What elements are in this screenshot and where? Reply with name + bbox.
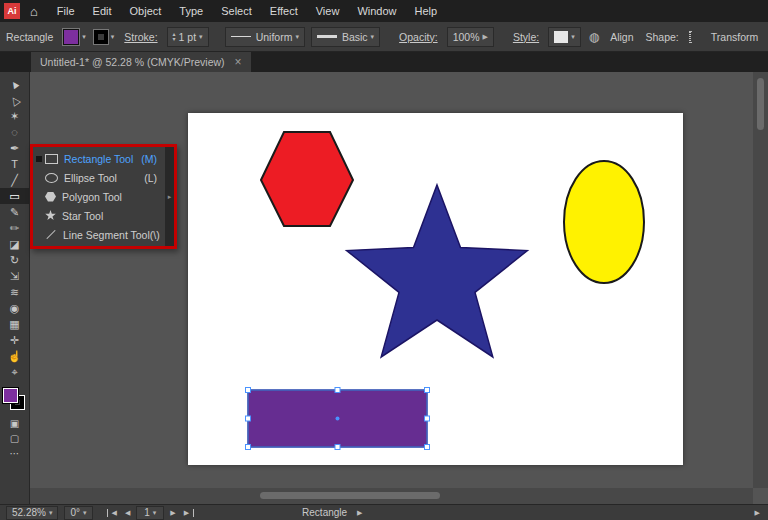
menu-window[interactable]: Window: [348, 0, 405, 22]
shape-widget-icon[interactable]: [689, 31, 691, 43]
chevron-right-icon[interactable]: ▶: [482, 33, 487, 41]
status-bar-expand-icon[interactable]: ▶: [755, 509, 760, 517]
star-shape[interactable]: [347, 185, 528, 357]
fill-color-dropdown[interactable]: ▾: [63, 29, 86, 45]
stroke-weight-value: 1 pt: [179, 31, 197, 43]
first-artboard-icon[interactable]: ◀: [107, 509, 121, 517]
chevron-down-icon[interactable]: ▾: [371, 33, 375, 41]
fill-stroke-control[interactable]: [3, 388, 25, 410]
polygon-icon: [45, 192, 56, 202]
width-profile-dropdown[interactable]: Uniform ▾: [225, 27, 305, 47]
status-bar: 52.28% ▾ 0° ▾ ◀ ◀ 1 ▾ ▶ ▶ Rectangle ▶ ▶: [0, 504, 768, 520]
document-tab-title: Untitled-1* @ 52.28 % (CMYK/Preview): [40, 56, 225, 68]
rectangle-tool[interactable]: ▭: [0, 188, 29, 204]
stroke-link[interactable]: Stroke:: [124, 31, 157, 43]
zoom-tool[interactable]: ⌖: [0, 364, 29, 380]
lasso-tool[interactable]: ◌: [0, 124, 29, 140]
stroke-weight-stepper[interactable]: ▴▾ 1 pt ▾: [167, 27, 209, 47]
width-tool[interactable]: ≋: [0, 284, 29, 300]
horizontal-scrollbar[interactable]: [30, 488, 753, 504]
previous-artboard-icon[interactable]: ◀: [121, 509, 134, 517]
line-segment-tool[interactable]: ╱: [0, 172, 29, 188]
polygon-tool-item[interactable]: Polygon Tool: [33, 187, 165, 206]
close-tab-icon[interactable]: ×: [235, 55, 242, 69]
horizontal-scrollbar-thumb[interactable]: [260, 492, 440, 499]
chevron-down-icon: ▾: [111, 33, 115, 41]
align-button[interactable]: Align: [610, 31, 633, 43]
active-tool-marker: [33, 149, 44, 168]
brush-dropdown[interactable]: Basic ▾: [311, 27, 380, 47]
rectangle-icon: [45, 154, 58, 164]
hand-tool[interactable]: ☝: [0, 348, 29, 364]
star-icon: [45, 210, 56, 221]
menu-select[interactable]: Select: [212, 0, 261, 22]
menu-view[interactable]: View: [307, 0, 349, 22]
gradient-tool[interactable]: ▦: [0, 316, 29, 332]
next-artboard-icon[interactable]: ▶: [166, 509, 179, 517]
hexagon-shape[interactable]: [261, 132, 353, 226]
menu-edit[interactable]: Edit: [84, 0, 121, 22]
chevron-down-icon: ▾: [83, 509, 87, 517]
shape-builder-tool[interactable]: ◉: [0, 300, 29, 316]
artboard[interactable]: [188, 113, 683, 465]
line-tool-item[interactable]: Line Segment Tool(\): [33, 225, 165, 244]
artboard-number-value: 1: [144, 507, 150, 518]
ellipse-tool-item[interactable]: Ellipse Tool(L): [33, 168, 165, 187]
zoom-level-dropdown[interactable]: 52.28% ▾: [6, 506, 58, 520]
control-bar: Rectangle ▾ ▾ Stroke: ▴▾ 1 pt ▾ Uniform …: [0, 22, 768, 52]
stroke-color-dropdown[interactable]: ▾: [94, 30, 115, 44]
fill-color-swatch[interactable]: [63, 29, 79, 45]
transform-button[interactable]: Transform: [711, 31, 758, 43]
menu-object[interactable]: Object: [121, 0, 171, 22]
ellipse-shape[interactable]: [564, 161, 644, 283]
selection-center-point[interactable]: [336, 417, 340, 421]
menu-type[interactable]: Type: [170, 0, 212, 22]
rotation-dropdown[interactable]: 0° ▾: [64, 506, 92, 520]
vertical-scrollbar[interactable]: [753, 72, 768, 488]
menu-bar: Ai ⌂ FileEditObjectTypeSelectEffectViewW…: [0, 0, 768, 22]
line-icon: [46, 230, 55, 239]
status-flyout-icon[interactable]: ▶: [357, 509, 362, 517]
stroke-color-swatch[interactable]: [94, 30, 108, 44]
home-icon[interactable]: ⌂: [30, 4, 38, 19]
chevron-down-icon: ▾: [153, 509, 157, 517]
flyout-item-shortcut: (L): [144, 172, 165, 184]
flyout-item-label: Star Tool: [62, 210, 103, 222]
fill-proxy-swatch[interactable]: [3, 388, 18, 403]
opacity-dropdown[interactable]: 100% ▶: [447, 27, 494, 47]
chevron-down-icon[interactable]: ▾: [571, 33, 575, 41]
style-link[interactable]: Style:: [513, 31, 539, 43]
active-tool-marker: [33, 187, 44, 206]
star-tool-item[interactable]: Star Tool: [33, 206, 165, 225]
eraser-tool[interactable]: ◪: [0, 236, 29, 252]
edit-toolbar-icon[interactable]: ⋯: [0, 446, 29, 461]
stepper-arrows-icon[interactable]: ▴▾: [173, 32, 176, 42]
artboard-number-field[interactable]: 1 ▾: [136, 506, 164, 520]
style-swatch: [554, 31, 568, 43]
stroke-profile-icon: [231, 36, 251, 37]
rotation-value: 0°: [70, 507, 80, 518]
rectangle-tool-item[interactable]: Rectangle Tool(M): [33, 149, 165, 168]
menu-effect[interactable]: Effect: [261, 0, 307, 22]
vertical-scrollbar-thumb[interactable]: [757, 78, 764, 130]
paintbrush-tool[interactable]: ✎: [0, 204, 29, 220]
last-artboard-icon[interactable]: ▶: [180, 509, 194, 517]
eyedropper-tool[interactable]: ✛: [0, 332, 29, 348]
type-tool[interactable]: T: [0, 156, 29, 172]
pen-tool[interactable]: ✒: [0, 140, 29, 156]
style-dropdown[interactable]: ▾: [548, 27, 581, 47]
menu-help[interactable]: Help: [406, 0, 447, 22]
screen-mode-icon[interactable]: ▢: [0, 431, 29, 446]
draw-mode-icon[interactable]: ▣: [0, 416, 29, 431]
shape-tools-flyout: Rectangle Tool(M)Ellipse Tool(L)Polygon …: [30, 144, 177, 249]
scale-tool[interactable]: ⇲: [0, 268, 29, 284]
rotate-tool[interactable]: ↻: [0, 252, 29, 268]
recolor-artwork-icon[interactable]: ◍: [589, 30, 599, 44]
chevron-down-icon[interactable]: ▾: [295, 33, 299, 41]
pencil-tool[interactable]: ✏: [0, 220, 29, 236]
tear-off-strip[interactable]: ▸: [165, 147, 174, 246]
menu-file[interactable]: File: [48, 0, 84, 22]
document-tab[interactable]: Untitled-1* @ 52.28 % (CMYK/Preview) ×: [31, 52, 251, 72]
opacity-link[interactable]: Opacity:: [399, 31, 438, 43]
chevron-down-icon[interactable]: ▾: [199, 33, 203, 41]
